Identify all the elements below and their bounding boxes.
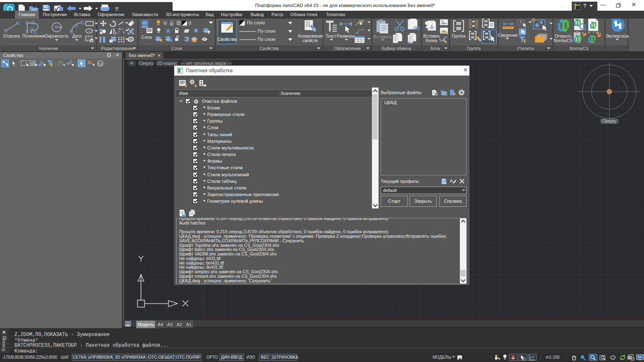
svg-text:A: A bbox=[450, 179, 453, 183]
svg-text:?: ? bbox=[99, 61, 102, 66]
